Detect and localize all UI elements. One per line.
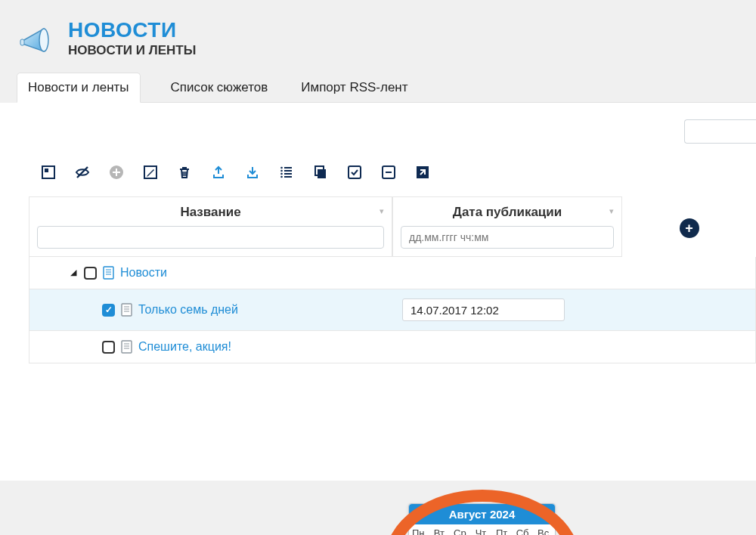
edit-icon[interactable] (143, 165, 158, 180)
delete-icon[interactable] (177, 165, 192, 180)
svg-point-7 (280, 167, 283, 169)
svg-point-9 (280, 173, 283, 175)
datepicker-next-month[interactable] (541, 510, 550, 519)
tab-news-feeds[interactable]: Новости и ленты (17, 73, 141, 103)
filter-name-input[interactable] (37, 226, 384, 249)
column-header-name[interactable]: Название ▾ (29, 196, 392, 257)
svg-line-4 (77, 167, 88, 178)
open-in-window-icon[interactable] (41, 165, 56, 180)
datepicker-weekday: Вс (534, 524, 555, 535)
document-icon (121, 340, 132, 354)
tree-row[interactable]: Спешите, акция! (29, 331, 393, 363)
row-checkbox[interactable] (102, 341, 115, 354)
export-icon[interactable] (211, 165, 226, 180)
document-icon (103, 266, 114, 280)
svg-rect-3 (45, 169, 48, 172)
row-title-link[interactable]: Новости (120, 266, 167, 280)
datepicker-prev-month[interactable] (414, 510, 423, 519)
document-icon (121, 303, 132, 317)
svg-rect-1 (20, 39, 24, 45)
svg-point-8 (280, 170, 283, 172)
toolbar (0, 157, 756, 196)
sort-caret-icon: ▾ (609, 206, 614, 216)
expand-window-icon[interactable] (415, 165, 430, 180)
check-icon[interactable] (347, 165, 362, 180)
svg-point-0 (39, 29, 48, 51)
datepicker-weekday: Пт (492, 524, 513, 535)
column-header-date[interactable]: Дата публикации ▾ (392, 196, 622, 257)
datepicker-month-label: Август 2024 (449, 508, 516, 521)
megaphone-icon (17, 18, 57, 59)
visibility-off-icon[interactable] (75, 165, 90, 180)
import-icon[interactable] (245, 165, 260, 180)
row-date-cell (393, 257, 623, 289)
row-date-cell (393, 331, 623, 363)
tab-stories-list[interactable]: Список сюжетов (168, 73, 271, 102)
datepicker-weekday: Пн (409, 524, 430, 535)
datepicker-weekday: Ср (451, 524, 472, 535)
tab-import-rss[interactable]: Импорт RSS-лент (298, 73, 411, 102)
row-title-link[interactable]: Спешите, акция! (138, 340, 231, 354)
svg-point-29 (415, 511, 423, 518)
svg-rect-21 (122, 304, 132, 316)
svg-rect-25 (122, 341, 132, 353)
sort-caret-icon: ▾ (380, 206, 384, 216)
svg-point-30 (541, 511, 549, 518)
date-picker: Август 2024 ПнВтСрЧтПтСбВс 1234567891011… (408, 503, 556, 535)
tree-row[interactable]: ◢ Новости (29, 257, 393, 289)
tree-row[interactable]: Только семь дней (29, 289, 393, 330)
row-checkbox[interactable] (102, 304, 115, 317)
tab-strip: Новости и ленты Список сюжетов Импорт RS… (17, 73, 756, 103)
svg-rect-17 (104, 267, 113, 279)
datepicker-weekday: Сб (513, 524, 534, 535)
search-input[interactable] (684, 119, 756, 144)
list-icon[interactable] (279, 165, 294, 180)
filter-date-input[interactable] (401, 226, 614, 249)
row-checkbox[interactable] (84, 267, 97, 280)
row-title-link[interactable]: Только семь дней (138, 303, 238, 317)
tree-collapse-icon[interactable]: ◢ (70, 268, 76, 277)
add-column-button[interactable]: + (680, 218, 699, 238)
row-date-cell (393, 289, 623, 330)
add-icon[interactable] (109, 165, 124, 180)
svg-point-10 (280, 176, 283, 178)
collapse-icon[interactable] (381, 165, 396, 180)
svg-rect-13 (349, 166, 361, 178)
publication-date-input[interactable] (402, 298, 565, 321)
svg-rect-11 (318, 169, 326, 178)
page-title: НОВОСТИ (68, 19, 196, 41)
datepicker-weekday: Вт (430, 524, 451, 535)
copy-icon[interactable] (313, 165, 328, 180)
datepicker-weekday: Чт (472, 524, 493, 535)
page-subtitle: НОВОСТИ И ЛЕНТЫ (68, 43, 196, 58)
